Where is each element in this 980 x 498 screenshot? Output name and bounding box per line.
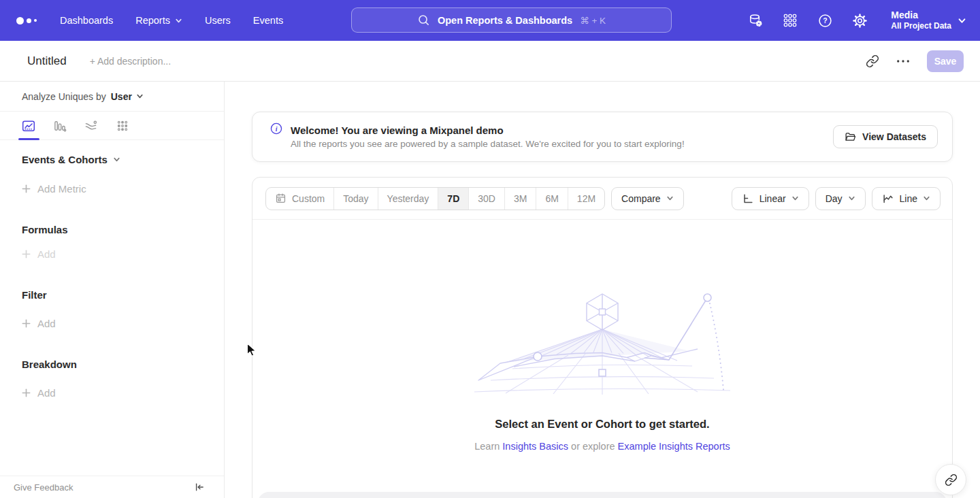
chevron-down-icon — [113, 156, 120, 163]
date-range-12m[interactable]: 12M — [568, 188, 604, 210]
search-icon — [417, 14, 430, 27]
apps-grid-icon[interactable] — [782, 12, 798, 29]
collapse-sidebar-icon[interactable] — [194, 482, 205, 493]
give-feedback-link[interactable]: Give Feedback — [14, 482, 73, 493]
nav-users[interactable]: Users — [205, 15, 231, 26]
share-link-fab[interactable] — [935, 464, 966, 495]
chevron-down-icon — [923, 195, 930, 202]
date-range-yesterday[interactable]: Yesterday — [378, 188, 439, 210]
insights-basics-link[interactable]: Insights Basics — [502, 441, 568, 452]
sidebar-footer: Give Feedback — [0, 476, 224, 498]
nav-dashboards[interactable]: Dashboards — [60, 15, 113, 26]
link-icon — [945, 474, 958, 486]
scale-selector-button[interactable]: Linear — [732, 187, 809, 210]
project-name: Media — [891, 10, 951, 22]
or-explore-text: or explore — [571, 441, 615, 452]
calendar-icon — [275, 193, 287, 204]
tab-flow-sankey[interactable] — [84, 119, 98, 133]
nav-events[interactable]: Events — [253, 15, 283, 26]
breakdown-header: Breakdown — [22, 359, 224, 370]
svg-text:?: ? — [823, 16, 827, 24]
welcome-banner: i Welcome! You are viewing a Mixpanel de… — [252, 112, 953, 162]
logo-dot-medium — [27, 18, 31, 23]
tab-retention-grid[interactable] — [116, 119, 129, 133]
tab-bar-chart[interactable] — [53, 119, 67, 133]
plus-icon — [22, 319, 31, 328]
info-icon: i — [270, 122, 282, 137]
help-icon[interactable]: ? — [817, 12, 833, 29]
tab-insights-line[interactable] — [22, 119, 35, 133]
selected-tab-indicator — [18, 138, 39, 140]
add-breakdown-button[interactable]: Add — [22, 387, 224, 399]
global-search-bar[interactable]: Open Reports & Dashboards ⌘ + K — [351, 7, 672, 33]
save-button[interactable]: Save — [927, 50, 964, 72]
filter-label: Filter — [22, 289, 47, 301]
project-selector[interactable]: Media All Project Data — [891, 10, 966, 32]
nav-reports-label: Reports — [135, 15, 170, 26]
more-options-icon[interactable] — [896, 59, 910, 63]
add-metric-button[interactable]: Add Metric — [22, 183, 224, 195]
chart-type-label: Line — [900, 193, 917, 204]
formulas-label: Formulas — [22, 224, 68, 235]
date-range-control: Custom Today Yesterday 7D 30D 3M 6M 12M — [265, 187, 605, 210]
report-main-area: i Welcome! You are viewing a Mixpanel de… — [225, 82, 980, 498]
add-filter-button[interactable]: Add — [22, 318, 224, 329]
report-title[interactable]: Untitled — [27, 54, 67, 68]
date-range-custom-label: Custom — [292, 193, 325, 204]
top-nav-right: ? Media All Project — [747, 10, 966, 32]
plus-icon — [22, 250, 31, 259]
view-datasets-button[interactable]: View Datasets — [833, 125, 938, 148]
analyze-by-value: User — [111, 91, 132, 102]
add-description-field[interactable]: + Add description... — [90, 56, 171, 67]
empty-state-links: Learn Insights Basics or explore Example… — [252, 441, 952, 452]
date-range-3m[interactable]: 3M — [505, 188, 536, 210]
empty-state-illustration — [473, 290, 732, 395]
nav-reports[interactable]: Reports — [135, 15, 182, 26]
mixpanel-insights-app: Dashboards Reports Users Events Open Rep… — [0, 0, 980, 498]
interval-selector-button[interactable]: Day — [815, 187, 866, 210]
linear-axis-icon — [742, 193, 754, 205]
example-insights-reports-link[interactable]: Example Insights Reports — [618, 441, 730, 452]
welcome-banner-text: Welcome! You are viewing a Mixpanel demo… — [291, 124, 685, 149]
project-data-scope: All Project Data — [891, 21, 951, 31]
events-cohorts-label: Events & Cohorts — [22, 154, 108, 165]
report-bottom-panel — [258, 492, 947, 498]
query-builder-sidebar: Analyze Uniques by User — [0, 82, 225, 498]
visualization-tabs — [0, 112, 224, 140]
events-cohorts-header[interactable]: Events & Cohorts — [22, 154, 224, 165]
formulas-header: Formulas — [22, 224, 224, 235]
compare-button[interactable]: Compare — [611, 187, 684, 210]
date-range-today[interactable]: Today — [334, 188, 378, 210]
compare-label: Compare — [621, 193, 661, 204]
chevron-down-icon — [848, 195, 855, 202]
analyze-by-dropdown[interactable]: User — [111, 91, 144, 102]
data-management-icon[interactable] — [747, 12, 764, 29]
chevron-down-icon — [666, 195, 674, 202]
learn-prefix: Learn — [474, 441, 500, 452]
welcome-banner-subtitle: All the reports you see are powered by a… — [291, 139, 685, 149]
mixpanel-logo[interactable] — [16, 17, 37, 24]
date-range-7d[interactable]: 7D — [438, 188, 469, 210]
welcome-banner-title: Welcome! You are viewing a Mixpanel demo — [291, 124, 685, 136]
svg-text:i: i — [276, 125, 278, 133]
date-range-30d[interactable]: 30D — [469, 188, 505, 210]
project-selector-text: Media All Project Data — [891, 10, 951, 32]
scale-label: Linear — [760, 193, 786, 204]
chart-controls-row: Custom Today Yesterday 7D 30D 3M 6M 12M … — [252, 178, 952, 220]
folder-icon — [845, 131, 856, 143]
date-range-6m[interactable]: 6M — [536, 188, 568, 210]
plus-icon — [22, 388, 31, 397]
empty-state: Select an Event or Cohort to get started… — [252, 220, 952, 452]
interval-label: Day — [826, 193, 843, 204]
logo-dot-large — [16, 17, 24, 24]
insights-report-card: Custom Today Yesterday 7D 30D 3M 6M 12M … — [252, 177, 953, 498]
add-formula-button[interactable]: Add — [22, 248, 224, 260]
search-shortcut-hint: ⌘ + K — [580, 15, 606, 26]
primary-nav: Dashboards Reports Users Events — [60, 15, 283, 26]
date-range-custom[interactable]: Custom — [266, 188, 334, 210]
copy-link-icon[interactable] — [866, 54, 879, 68]
report-header: Untitled + Add description... Save — [0, 41, 980, 82]
chart-type-selector-button[interactable]: Line — [872, 187, 941, 210]
settings-gear-icon[interactable] — [851, 12, 868, 29]
chevron-down-icon — [791, 195, 799, 202]
